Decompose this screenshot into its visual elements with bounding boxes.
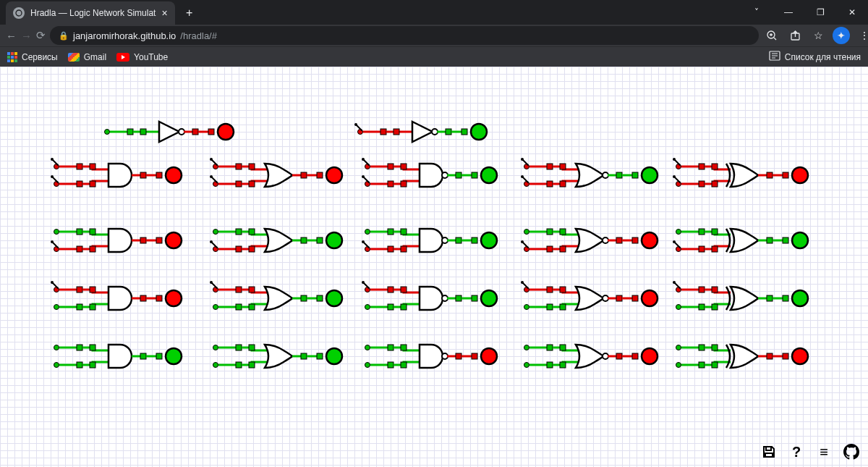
gate-body[interactable] (576, 345, 608, 368)
gate-body[interactable] (576, 164, 608, 187)
circuit-nor[interactable] (521, 158, 658, 187)
gate-body[interactable] (159, 122, 184, 142)
gate-body[interactable] (109, 164, 132, 187)
minimize-icon[interactable]: ― (773, 0, 804, 25)
svg-rect-206 (560, 287, 566, 293)
output-lamp[interactable] (481, 167, 497, 183)
gate-body[interactable] (420, 345, 448, 368)
circuit-and[interactable] (51, 281, 182, 310)
circuit-not[interactable] (105, 122, 234, 142)
circuit-and[interactable] (51, 229, 182, 252)
circuit-nand[interactable] (365, 345, 498, 368)
output-lamp[interactable] (166, 232, 182, 248)
circuit-and[interactable] (54, 345, 182, 368)
gate-body[interactable] (726, 287, 758, 310)
circuit-not[interactable] (354, 122, 487, 142)
menu-button[interactable]: ≡ (814, 442, 833, 461)
output-lamp[interactable] (642, 290, 658, 306)
github-button[interactable] (842, 442, 861, 461)
svg-point-176 (210, 281, 213, 284)
gate-body[interactable] (420, 229, 448, 252)
gate-body[interactable] (265, 287, 292, 310)
help-button[interactable]: ? (787, 442, 806, 461)
back-button[interactable]: ← (6, 26, 17, 45)
youtube-bookmark[interactable]: YouTube (116, 52, 168, 62)
output-lamp[interactable] (326, 232, 342, 248)
maximize-icon[interactable]: ❐ (804, 0, 836, 25)
circuit-nand[interactable] (362, 281, 497, 310)
gate-body[interactable] (265, 164, 292, 187)
close-window-icon[interactable]: ✕ (836, 0, 868, 25)
output-lamp[interactable] (792, 290, 808, 306)
gate-body[interactable] (420, 164, 448, 187)
output-lamp[interactable] (792, 167, 808, 183)
svg-rect-103 (90, 246, 95, 252)
circuit-nand[interactable] (362, 229, 497, 252)
circuit-svg[interactable] (0, 67, 868, 467)
output-lamp[interactable] (326, 290, 342, 306)
gate-body[interactable] (576, 229, 608, 252)
simulator-canvas[interactable]: ? ≡ (0, 67, 868, 467)
svg-point-52 (362, 158, 365, 161)
output-lamp[interactable] (642, 348, 658, 364)
output-lamp[interactable] (642, 167, 658, 183)
share-icon[interactable] (786, 27, 804, 44)
circuit-or[interactable] (210, 229, 342, 252)
new-tab-button[interactable]: + (179, 3, 200, 23)
circuit-nor[interactable] (524, 345, 658, 368)
output-lamp[interactable] (481, 232, 497, 248)
svg-rect-146 (616, 237, 622, 243)
zoom-icon[interactable] (763, 27, 780, 44)
output-lamp[interactable] (481, 290, 497, 306)
bookmarks-bar: Сервисы Gmail YouTube Список для чтения (0, 46, 868, 67)
output-lamp[interactable] (326, 167, 342, 183)
svg-point-257 (365, 363, 370, 368)
gate-body[interactable] (726, 164, 758, 187)
output-lamp[interactable] (166, 290, 182, 306)
output-lamp[interactable] (166, 348, 182, 364)
circuit-or[interactable] (213, 345, 343, 368)
save-button[interactable] (760, 442, 778, 461)
forward-button[interactable]: → (21, 26, 32, 45)
circuit-xor[interactable] (673, 158, 808, 187)
gate-body[interactable] (109, 229, 132, 252)
circuit-xor[interactable] (676, 345, 809, 368)
chevron-down-icon[interactable]: ˅ (741, 0, 773, 25)
output-lamp[interactable] (471, 124, 487, 140)
output-lamp[interactable] (792, 348, 808, 364)
circuit-and[interactable] (51, 158, 182, 187)
gate-body[interactable] (109, 345, 132, 368)
output-lamp[interactable] (481, 348, 497, 364)
gate-body[interactable] (265, 345, 292, 368)
output-lamp[interactable] (218, 124, 234, 140)
kebab-menu-icon[interactable]: ⋮ (856, 27, 868, 44)
output-lamp[interactable] (326, 348, 342, 364)
apps-bookmark[interactable]: Сервисы (7, 52, 58, 62)
gate-body[interactable] (726, 345, 758, 368)
gmail-bookmark[interactable]: Gmail (68, 52, 106, 62)
gate-body[interactable] (420, 287, 448, 310)
gate-body[interactable] (109, 287, 132, 310)
reading-list-button[interactable]: Список для чтения (769, 51, 861, 63)
circuit-or[interactable] (210, 158, 342, 187)
output-lamp[interactable] (642, 232, 658, 248)
circuit-or[interactable] (210, 281, 342, 310)
gate-body[interactable] (265, 229, 292, 252)
circuit-xor[interactable] (673, 281, 808, 310)
extension-icon[interactable]: ✦ (833, 27, 850, 44)
circuit-nand[interactable] (362, 158, 497, 187)
circuit-nor[interactable] (521, 281, 658, 310)
gate-body[interactable] (576, 287, 608, 310)
output-lamp[interactable] (166, 167, 182, 183)
gate-body[interactable] (412, 122, 438, 142)
close-tab-icon[interactable]: × (161, 7, 167, 19)
bookmark-star-icon[interactable]: ☆ (809, 27, 827, 44)
circuit-xor[interactable] (673, 229, 808, 252)
url-input[interactable]: 🔒 janjaromirhorak.github.io/hradla/# (50, 26, 759, 45)
svg-rect-75 (560, 181, 566, 187)
browser-tab[interactable]: Hradla — Logic Network Simulat × (6, 1, 175, 25)
output-lamp[interactable] (792, 232, 808, 248)
reload-button[interactable]: ⟳ (36, 26, 46, 45)
gate-body[interactable] (726, 229, 758, 252)
circuit-nor[interactable] (521, 229, 658, 252)
